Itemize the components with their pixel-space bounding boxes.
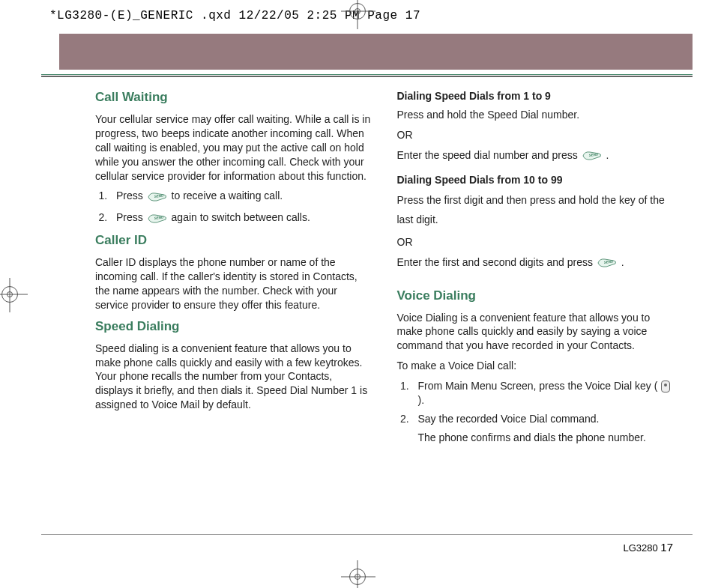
crop-mark-top	[349, 3, 366, 19]
step-text: again to switch between calls.	[172, 211, 310, 223]
text: Say the recorded Voice Dial command.	[418, 413, 600, 425]
step-text: Press	[116, 211, 146, 223]
heading-caller-id: Caller ID	[95, 232, 372, 249]
call-waiting-body: Your cellular service may offer call wai…	[95, 112, 372, 183]
footer-page-number: 17	[660, 541, 673, 554]
sd19-line2: Enter the speed dial number and press .	[397, 148, 674, 163]
step-text: Press	[116, 190, 146, 201]
voice-dial-key-icon	[661, 381, 670, 392]
heading-call-waiting: Call Waiting	[95, 89, 372, 106]
call-waiting-step-2: Press again to switch between calls.	[110, 210, 372, 225]
voice-dialing-steps: From Main Menu Screen, press the Voice D…	[397, 379, 674, 445]
heading-voice-dialing: Voice Dialing	[397, 288, 674, 305]
voice-dialing-body: Voice Dialing is a convenient feature th…	[397, 311, 674, 354]
step-text: to receive a waiting call.	[172, 190, 283, 201]
sd1099-or: OR	[397, 235, 674, 249]
crop-mark-bottom	[349, 569, 366, 585]
voice-dialing-lead: To make a Voice Dial call:	[397, 359, 674, 373]
header-banner	[59, 34, 693, 70]
heading-speed-dialing: Speed Dialing	[95, 318, 372, 336]
voice-step-1: From Main Menu Screen, press the Voice D…	[412, 379, 674, 407]
text: Enter the speed dial number and press	[397, 149, 581, 161]
send-icon	[148, 213, 167, 224]
sd1099-line2: Enter the first and second digits and pr…	[397, 255, 674, 270]
caller-id-body: Caller ID displays the phone number or n…	[95, 255, 372, 312]
right-column: Dialing Speed Dials from 1 to 9 Press an…	[397, 89, 674, 449]
send-icon	[582, 151, 602, 161]
voice-step-2-sub: The phone confirms and dials the phone n…	[418, 431, 674, 445]
voice-step-2: Say the recorded Voice Dial command. The…	[412, 412, 674, 445]
sd19-or: OR	[397, 128, 674, 142]
sd19-line1: Press and hold the Speed Dial number.	[397, 108, 674, 122]
footer-model: LG3280	[623, 542, 657, 554]
sd1099-line1: Press the first digit and then press and…	[397, 191, 674, 228]
left-column: Call Waiting Your cellular service may o…	[95, 89, 372, 449]
content-columns: Call Waiting Your cellular service may o…	[41, 77, 693, 449]
subheading-sd-1-9: Dialing Speed Dials from 1 to 9	[397, 89, 674, 103]
subheading-sd-10-99: Dialing Speed Dials from 10 to 99	[397, 173, 674, 187]
speed-dialing-body: Speed dialing is a convenient feature th…	[95, 342, 372, 412]
send-icon	[148, 192, 167, 202]
call-waiting-steps: Press to receive a waiting call. Press a…	[95, 189, 372, 225]
text: .	[606, 149, 609, 161]
send-icon	[597, 258, 617, 268]
text: ).	[418, 394, 425, 406]
call-waiting-step-1: Press to receive a waiting call.	[110, 189, 372, 203]
page-footer: LG3280 17	[41, 534, 693, 554]
crop-mark-left	[1, 286, 18, 303]
text: From Main Menu Screen, press the Voice D…	[418, 380, 661, 392]
text: .	[621, 256, 624, 268]
text: Enter the first and second digits and pr…	[397, 256, 596, 268]
